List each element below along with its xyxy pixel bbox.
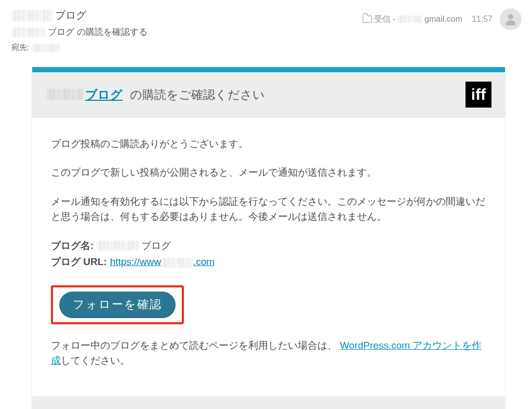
follow-note: フォロー中のブログをまとめて読むページを利用したい場合は、 WordPress.… xyxy=(51,338,486,368)
cta-highlight-frame: フォローを確認 xyxy=(51,285,184,324)
card-topbar xyxy=(32,67,505,72)
blog-title-link[interactable]: ブログ xyxy=(47,87,123,103)
redacted-account-prefix xyxy=(397,16,422,23)
blog-url-line: ブログ URL: https://www.com xyxy=(51,254,486,269)
confirm-follow-button[interactable]: フォローを確認 xyxy=(59,292,176,318)
follow-note-after: してください。 xyxy=(61,355,130,366)
folder-label: 受信 xyxy=(374,14,391,25)
blog-name-line: ブログ名: ブログ xyxy=(51,238,486,253)
card-body: ブログ投稿のご購読ありがとうございます。 このブログで新しい投稿が公開されると、… xyxy=(32,117,505,397)
folder-icon xyxy=(363,16,372,23)
redacted-sender-name xyxy=(11,10,52,21)
card-header: ブログ の購読をご確認ください iff xyxy=(32,72,505,117)
redacted-subject-prefix xyxy=(11,28,45,37)
email-card: ブログ の購読をご確認ください iff ブログ投稿のご購読ありがとうございます。… xyxy=(32,67,505,409)
sender-suffix: ブログ xyxy=(55,8,86,22)
blog-url-label: ブログ URL: xyxy=(51,254,107,269)
blog-name-suffix: ブログ xyxy=(141,238,171,253)
paragraph-notify: このブログで新しい投稿が公開されると、メールで通知が送信されます。 xyxy=(51,165,486,180)
redacted-domain xyxy=(161,258,193,268)
mail-header: ブログ ブログ の購読を確認する 宛先: 受信 - gmail.com 11:5… xyxy=(0,0,532,58)
blog-url-link[interactable]: https://www.com xyxy=(110,254,215,269)
blog-name-label: ブログ名: xyxy=(51,238,94,253)
redacted-recipient xyxy=(32,44,59,52)
card-title-suffix: の購読をご確認ください xyxy=(130,87,265,103)
mail-header-right: 受信 - gmail.com 11:57 xyxy=(363,8,522,30)
user-icon xyxy=(503,12,518,27)
blog-url-prefix: https://www xyxy=(110,256,161,267)
site-logo-text: iff xyxy=(471,87,486,102)
blog-title-suffix: ブログ xyxy=(85,87,123,103)
mail-time: 11:57 xyxy=(472,15,493,24)
account-suffix: gmail.com xyxy=(424,15,462,24)
blog-url-suffix: .com xyxy=(193,256,215,267)
card-footer: メール配信頻度の変更: 購読設定を編集してください。 xyxy=(32,397,505,410)
mail-recipient: 宛先: xyxy=(11,43,521,52)
paragraph-thanks: ブログ投稿のご購読ありがとうございます。 xyxy=(51,136,486,151)
subject-suffix: ブログ の購読を確認する xyxy=(48,26,148,38)
redacted-blog-name xyxy=(47,89,83,100)
svg-point-0 xyxy=(508,15,513,20)
avatar[interactable] xyxy=(500,8,522,30)
site-logo: iff xyxy=(466,82,491,108)
card-title: ブログ の購読をご確認ください xyxy=(47,87,265,103)
redacted-blog-name-value xyxy=(97,241,138,250)
recipient-label: 宛先: xyxy=(11,43,29,52)
mail-folder[interactable]: 受信 - gmail.com xyxy=(363,14,462,25)
follow-note-before: フォロー中のブログをまとめて読むページを利用したい場合は、 xyxy=(51,340,337,351)
app-window: ブログ ブログ の購読を確認する 宛先: 受信 - gmail.com 11:5… xyxy=(0,0,532,409)
paragraph-instructions: メール通知を有効化するには以下から認証を行なってください。このメッセージが何かの… xyxy=(51,194,486,225)
